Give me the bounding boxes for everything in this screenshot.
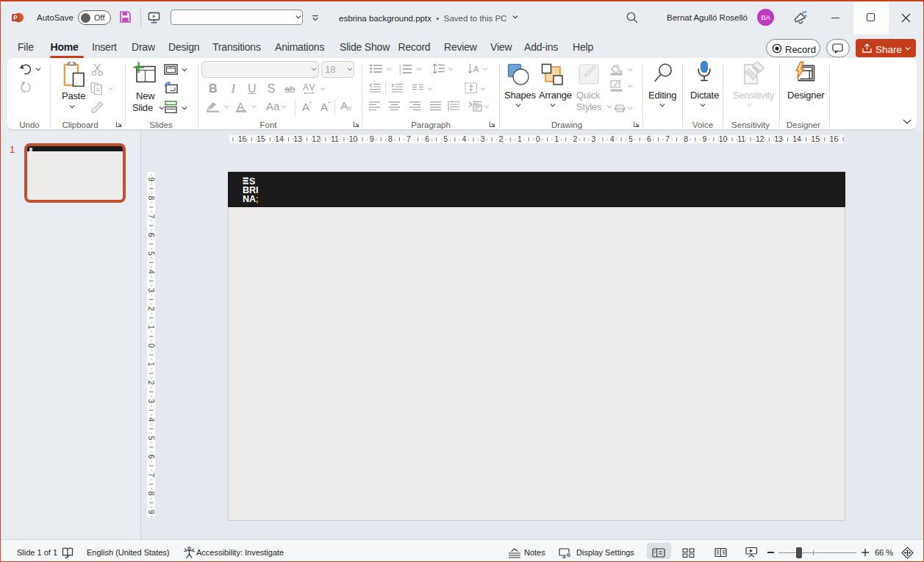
svg-text:6: 6 [147, 454, 156, 458]
svg-text:5: 5 [147, 436, 156, 440]
svg-text:6: 6 [425, 134, 429, 143]
svg-text:8: 8 [147, 195, 156, 200]
svg-text:9: 9 [370, 134, 374, 143]
svg-text:4: 4 [462, 134, 466, 143]
svg-text:3: 3 [147, 399, 156, 403]
svg-text:A: A [340, 100, 348, 112]
svg-text:1: 1 [147, 362, 156, 367]
svg-text:9: 9 [702, 134, 706, 143]
svg-text:3: 3 [147, 288, 156, 292]
svg-text:9: 9 [147, 510, 156, 514]
svg-text:2: 2 [499, 134, 504, 143]
svg-text:13: 13 [774, 134, 783, 143]
svg-text:3: 3 [399, 71, 401, 75]
svg-text:A: A [473, 65, 479, 73]
svg-text:3: 3 [481, 134, 485, 143]
svg-text:12: 12 [756, 134, 764, 143]
svg-text:16: 16 [238, 134, 247, 143]
svg-text:4: 4 [610, 134, 615, 143]
svg-text:14: 14 [275, 134, 284, 143]
svg-text:7: 7 [665, 134, 670, 143]
svg-text:1: 1 [517, 134, 522, 143]
svg-text:;: ; [256, 194, 259, 204]
svg-text:5: 5 [628, 134, 633, 143]
svg-text:P: P [13, 15, 18, 21]
svg-text:14: 14 [792, 134, 801, 143]
svg-text:2: 2 [147, 306, 156, 311]
svg-text:15: 15 [257, 134, 265, 143]
svg-text:5: 5 [443, 134, 448, 143]
svg-text:10: 10 [349, 134, 358, 143]
svg-text:1: 1 [554, 134, 559, 143]
svg-text:5: 5 [147, 251, 156, 256]
svg-text:8: 8 [147, 491, 156, 496]
svg-text:2: 2 [147, 381, 156, 385]
svg-text:NA: NA [243, 194, 256, 204]
svg-text:13: 13 [293, 134, 302, 143]
svg-text:9: 9 [147, 177, 156, 181]
svg-text:3: 3 [591, 134, 595, 143]
svg-text:12: 12 [312, 134, 320, 143]
svg-text:8: 8 [388, 134, 393, 143]
svg-text:7: 7 [147, 473, 156, 478]
svg-text:A: A [303, 82, 309, 93]
svg-text:15: 15 [811, 134, 820, 143]
svg-text:0: 0 [536, 134, 540, 143]
svg-text:0: 0 [147, 344, 156, 348]
svg-text:2: 2 [573, 134, 577, 143]
svg-text:16: 16 [830, 134, 839, 143]
svg-text:4: 4 [147, 417, 156, 422]
svg-text:7: 7 [147, 215, 156, 219]
svg-text:6: 6 [147, 233, 156, 237]
svg-text:11: 11 [737, 134, 745, 143]
svg-text:V: V [309, 82, 315, 93]
svg-text:7: 7 [407, 134, 411, 143]
svg-text:1: 1 [147, 325, 156, 329]
svg-text:11: 11 [331, 134, 339, 143]
svg-text:4: 4 [147, 270, 156, 274]
svg-text:10: 10 [719, 134, 728, 143]
svg-text:8: 8 [684, 134, 688, 143]
svg-text:6: 6 [647, 134, 651, 143]
